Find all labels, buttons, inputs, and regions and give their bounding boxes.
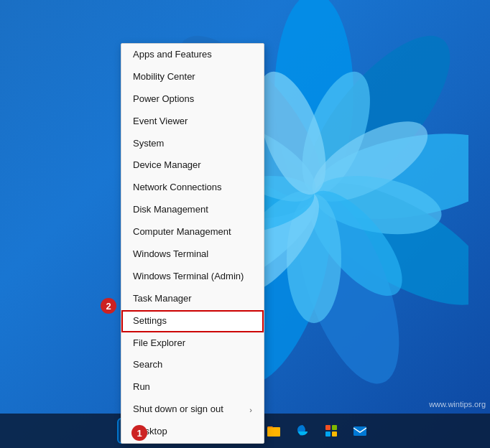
menu-item-label: Run <box>133 381 150 393</box>
menu-item-task-manager[interactable]: Task Manager <box>121 288 264 310</box>
badge-1: 1 <box>131 425 147 441</box>
menu-item-disk-management[interactable]: Disk Management <box>121 199 264 221</box>
menu-item-label: Mobility Center <box>133 71 195 83</box>
taskbar-file-explorer[interactable] <box>261 418 287 444</box>
menu-item-label: Apps and Features <box>133 49 212 61</box>
menu-item-file-explorer[interactable]: File Explorer <box>121 332 264 355</box>
taskbar-mail[interactable] <box>347 418 373 444</box>
menu-item-label: Search <box>133 359 162 371</box>
submenu-arrow-icon: › <box>249 405 252 415</box>
svg-rect-37 <box>332 425 337 430</box>
menu-item-network-connections[interactable]: Network Connections <box>121 177 264 199</box>
menu-item-label: Windows Terminal <box>133 248 208 261</box>
menu-item-label: Network Connections <box>133 182 222 194</box>
menu-item-computer-management[interactable]: Computer Management <box>121 221 264 243</box>
menu-item-windows-terminal-admin[interactable]: Windows Terminal (Admin) <box>121 266 264 288</box>
watermark: www.wintips.org <box>429 400 486 409</box>
menu-item-windows-terminal[interactable]: Windows Terminal <box>121 243 264 266</box>
menu-item-settings[interactable]: Settings <box>121 310 264 332</box>
menu-item-label: Task Manager <box>133 293 192 305</box>
menu-item-label: System <box>133 138 164 150</box>
svg-rect-40 <box>353 426 366 436</box>
menu-item-event-viewer[interactable]: Event Viewer <box>121 111 264 133</box>
menu-item-label: File Explorer <box>133 337 185 350</box>
menu-item-apps-features[interactable]: Apps and Features <box>121 44 264 66</box>
menu-item-mobility-center[interactable]: Mobility Center <box>121 66 264 88</box>
menu-item-label: Settings <box>133 315 167 327</box>
taskbar-store[interactable] <box>318 418 344 444</box>
taskbar-edge[interactable] <box>290 418 315 444</box>
menu-item-power-options[interactable]: Power Options <box>121 88 264 111</box>
menu-item-shut-down-sign-out[interactable]: Shut down or sign out› <box>121 398 264 421</box>
svg-rect-39 <box>332 431 337 437</box>
menu-item-label: Windows Terminal (Admin) <box>133 271 244 283</box>
menu-item-label: Event Viewer <box>133 116 188 128</box>
svg-rect-36 <box>325 425 330 430</box>
svg-rect-38 <box>325 431 330 437</box>
menu-item-label: Power Options <box>133 93 194 106</box>
menu-item-label: Device Manager <box>133 159 201 172</box>
menu-item-run[interactable]: Run <box>121 376 264 398</box>
desktop: Apps and FeaturesMobility CenterPower Op… <box>0 0 490 448</box>
context-menu: Apps and FeaturesMobility CenterPower Op… <box>121 43 264 444</box>
menu-item-label: Shut down or sign out <box>133 403 223 416</box>
menu-item-label: Computer Management <box>133 226 231 238</box>
svg-rect-35 <box>267 427 280 437</box>
menu-item-search[interactable]: Search <box>121 354 264 376</box>
badge-2: 2 <box>101 298 116 314</box>
menu-item-label: Disk Management <box>133 204 208 216</box>
menu-item-system[interactable]: System <box>121 133 264 155</box>
menu-item-device-manager[interactable]: Device Manager <box>121 154 264 177</box>
